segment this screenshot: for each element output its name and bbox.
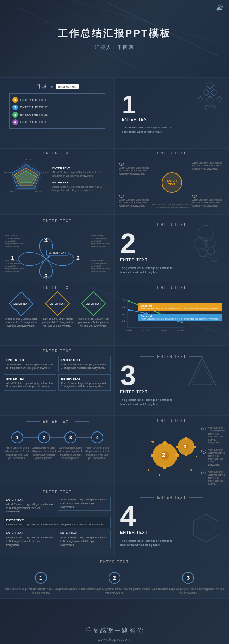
svg-line-77 xyxy=(35,289,211,343)
cover-subtitle: 汇报人：千图网 xyxy=(95,44,134,51)
circle-badge: ENTERTEXT xyxy=(162,172,182,193)
cover-title: 工作总结汇报PPT模板 xyxy=(58,27,171,40)
slide-final: 千图感谢一路有你 www.58pic.com xyxy=(0,599,229,644)
cross-center-label: ENTER TEXT xyxy=(46,250,69,256)
